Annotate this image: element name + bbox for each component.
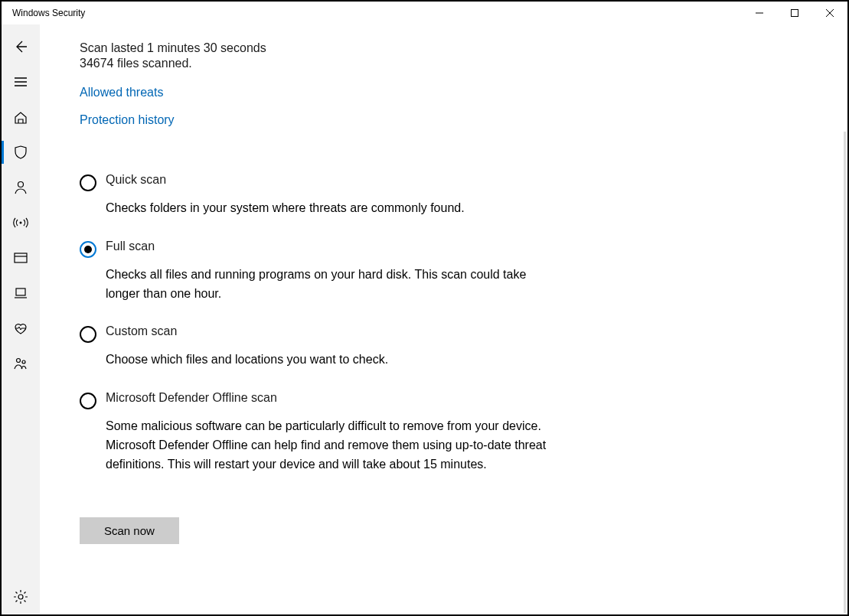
sidebar-item-firewall[interactable]: [2, 205, 40, 240]
protection-history-link[interactable]: Protection history: [80, 113, 175, 127]
minimize-button[interactable]: [742, 2, 777, 24]
person-icon: [13, 180, 28, 195]
scrollbar[interactable]: [844, 132, 846, 613]
allowed-threats-link[interactable]: Allowed threats: [80, 86, 163, 99]
app-window-icon: [13, 250, 28, 266]
sidebar: [2, 24, 40, 614]
sidebar-item-back[interactable]: [2, 29, 40, 64]
titlebar: Windows Security: [2, 2, 847, 24]
scan-status-files: 34674 files scanned.: [80, 57, 847, 70]
app-window: Windows Security: [0, 0, 849, 616]
gear-icon: [13, 589, 28, 605]
sidebar-item-app[interactable]: [2, 240, 40, 275]
option-desc: Some malicious software can be particula…: [106, 417, 554, 474]
scan-status-duration: Scan lasted 1 minutes 30 seconds: [80, 41, 847, 55]
main-content[interactable]: Scan lasted 1 minutes 30 seconds 34674 f…: [40, 24, 847, 614]
option-quick-scan[interactable]: Quick scan Checks folders in your system…: [80, 173, 554, 218]
heart-icon: [13, 321, 28, 336]
option-desc: Choose which files and locations you wan…: [106, 350, 388, 370]
option-desc: Checks folders in your system where thre…: [106, 199, 465, 218]
radio-custom-scan[interactable]: [80, 326, 96, 343]
radio-quick-scan[interactable]: [80, 174, 96, 191]
sidebar-item-health[interactable]: [2, 311, 40, 346]
option-title: Custom scan: [106, 324, 388, 338]
sidebar-item-home[interactable]: [2, 99, 40, 135]
scan-now-button[interactable]: Scan now: [80, 517, 179, 544]
option-full-scan[interactable]: Full scan Checks all files and running p…: [80, 240, 554, 304]
back-arrow-icon: [13, 39, 28, 54]
sidebar-item-family[interactable]: [2, 346, 40, 381]
family-icon: [13, 356, 28, 371]
option-title: Full scan: [106, 240, 554, 253]
svg-point-5: [17, 359, 21, 363]
option-title: Quick scan: [106, 173, 465, 187]
antenna-icon: [13, 215, 28, 230]
option-desc: Checks all files and running programs on…: [106, 266, 554, 304]
svg-point-1: [18, 182, 24, 187]
sidebar-item-virus[interactable]: [2, 135, 40, 170]
sidebar-item-account[interactable]: [2, 170, 40, 205]
maximize-button[interactable]: [777, 2, 812, 24]
home-icon: [13, 109, 28, 125]
maximize-icon: [791, 9, 798, 17]
hamburger-icon: [13, 74, 28, 90]
window-title: Windows Security: [2, 8, 85, 18]
svg-point-7: [18, 595, 23, 599]
svg-point-2: [20, 222, 22, 224]
sidebar-item-settings[interactable]: [2, 579, 40, 614]
scan-options: Quick scan Checks folders in your system…: [80, 173, 554, 474]
svg-point-6: [22, 360, 25, 363]
svg-rect-3: [15, 253, 27, 262]
svg-rect-0: [792, 10, 798, 17]
radio-full-scan[interactable]: [80, 241, 96, 258]
sidebar-item-device[interactable]: [2, 275, 40, 311]
option-offline-scan[interactable]: Microsoft Defender Offline scan Some mal…: [80, 391, 554, 474]
sidebar-item-menu[interactable]: [2, 64, 40, 99]
minimize-icon: [756, 9, 763, 17]
shield-icon: [13, 145, 28, 160]
laptop-icon: [13, 285, 28, 301]
option-custom-scan[interactable]: Custom scan Choose which files and locat…: [80, 324, 554, 370]
svg-rect-4: [16, 288, 25, 295]
close-icon: [826, 9, 834, 17]
window-controls: [742, 2, 847, 24]
close-button[interactable]: [812, 2, 847, 24]
option-title: Microsoft Defender Offline scan: [106, 391, 554, 405]
radio-offline-scan[interactable]: [80, 393, 96, 409]
